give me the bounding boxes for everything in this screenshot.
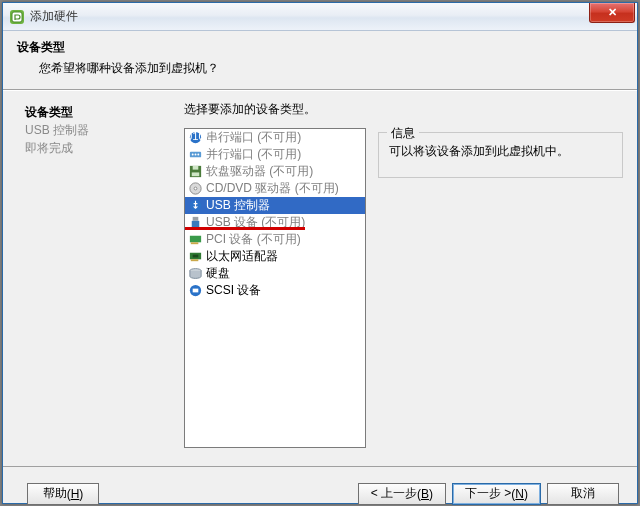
- svg-rect-21: [191, 259, 199, 261]
- device-item-label: 以太网适配器: [206, 248, 278, 265]
- info-panel: 信息 可以将该设备添加到此虚拟机中。: [378, 128, 623, 448]
- device-item-floppy[interactable]: 软盘驱动器 (不可用): [185, 163, 365, 180]
- content-prompt: 选择要添加的设备类型。: [184, 101, 623, 118]
- help-label: 帮助: [43, 485, 67, 502]
- sidebar-step-device-type[interactable]: 设备类型: [25, 103, 168, 121]
- device-item-nic[interactable]: 以太网适配器: [185, 248, 365, 265]
- device-item-label: 硬盘: [206, 265, 230, 282]
- floppy-icon: [188, 164, 203, 179]
- svg-rect-24: [193, 289, 199, 293]
- svg-rect-18: [191, 242, 199, 244]
- svg-rect-15: [193, 217, 199, 221]
- header-subtitle: 您希望将哪种设备添加到虚拟机？: [17, 60, 623, 77]
- device-item-serial[interactable]: 010串行端口 (不可用): [185, 129, 365, 146]
- app-icon: [9, 9, 25, 25]
- cancel-label: 取消: [571, 485, 595, 502]
- cd-icon: [188, 181, 203, 196]
- svg-text:010: 010: [188, 130, 203, 142]
- info-body: 可以将该设备添加到此虚拟机中。: [389, 143, 612, 160]
- help-button[interactable]: 帮助(H): [27, 483, 99, 505]
- device-item-label: 并行端口 (不可用): [206, 146, 301, 163]
- wizard-header: 设备类型 您希望将哪种设备添加到虚拟机？: [3, 31, 637, 89]
- scsi-icon: [188, 283, 203, 298]
- svg-point-8: [197, 154, 199, 156]
- device-item-label: CD/DVD 驱动器 (不可用): [206, 180, 339, 197]
- device-item-label: PCI 设备 (不可用): [206, 231, 301, 248]
- close-button[interactable]: ✕: [589, 3, 635, 23]
- device-item-scsi[interactable]: SCSI 设备: [185, 282, 365, 299]
- annotation-underline: [185, 227, 305, 230]
- next-label: 下一步 >: [465, 485, 511, 502]
- nic-icon: [188, 249, 203, 264]
- device-item-disk[interactable]: 硬盘: [185, 265, 365, 282]
- next-button[interactable]: 下一步 >(N): [452, 483, 541, 505]
- content-area: 选择要添加的设备类型。 010串行端口 (不可用)并行端口 (不可用)软盘驱动器…: [178, 91, 637, 466]
- device-item-cd[interactable]: CD/DVD 驱动器 (不可用): [185, 180, 365, 197]
- info-fieldset: 信息 可以将该设备添加到此虚拟机中。: [378, 132, 623, 178]
- device-item-label: 软盘驱动器 (不可用): [206, 163, 313, 180]
- device-item-label: 串行端口 (不可用): [206, 129, 301, 146]
- main-area: 设备类型 USB 控制器 即将完成 选择要添加的设备类型。 010串行端口 (不…: [3, 91, 637, 466]
- svg-rect-20: [193, 255, 199, 258]
- device-item-parallel[interactable]: 并行端口 (不可用): [185, 146, 365, 163]
- dialog-window: 添加硬件 ✕ 设备类型 您希望将哪种设备添加到虚拟机？ 设备类型 USB 控制器…: [2, 2, 638, 504]
- svg-rect-17: [190, 236, 201, 243]
- cancel-button[interactable]: 取消: [547, 483, 619, 505]
- pci-icon: [188, 232, 203, 247]
- svg-point-6: [192, 154, 194, 156]
- window-title: 添加硬件: [30, 8, 589, 25]
- svg-rect-10: [193, 166, 199, 170]
- titlebar[interactable]: 添加硬件 ✕: [3, 3, 637, 31]
- back-label: < 上一步: [371, 485, 417, 502]
- back-button[interactable]: < 上一步(B): [358, 483, 446, 505]
- device-item-pci[interactable]: PCI 设备 (不可用): [185, 231, 365, 248]
- device-item-label: SCSI 设备: [206, 282, 261, 299]
- wizard-steps-sidebar: 设备类型 USB 控制器 即将完成: [3, 91, 178, 466]
- device-item-usb-ctrl[interactable]: USB 控制器: [185, 197, 365, 214]
- close-icon: ✕: [608, 7, 617, 18]
- sidebar-step-usb-controller[interactable]: USB 控制器: [25, 121, 168, 139]
- device-type-list[interactable]: 010串行端口 (不可用)并行端口 (不可用)软盘驱动器 (不可用)CD/DVD…: [184, 128, 366, 448]
- parallel-icon: [188, 147, 203, 162]
- info-legend: 信息: [387, 125, 419, 142]
- header-title: 设备类型: [17, 39, 623, 56]
- serial-icon: 010: [188, 130, 203, 145]
- device-item-label: USB 控制器: [206, 197, 270, 214]
- footer: 帮助(H) < 上一步(B) 下一步 >(N) 取消: [3, 466, 637, 506]
- disk-icon: [188, 266, 203, 281]
- svg-rect-11: [192, 172, 200, 176]
- svg-point-13: [194, 187, 197, 190]
- svg-point-7: [195, 154, 197, 156]
- usb-ctrl-icon: [188, 198, 203, 213]
- sidebar-step-ready[interactable]: 即将完成: [25, 139, 168, 157]
